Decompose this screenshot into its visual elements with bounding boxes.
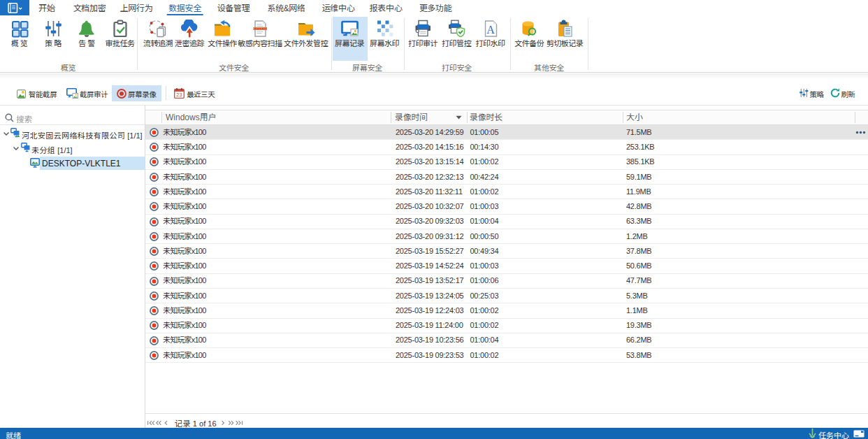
svg-text:A: A [486, 24, 495, 36]
svg-text:23: 23 [176, 92, 182, 98]
